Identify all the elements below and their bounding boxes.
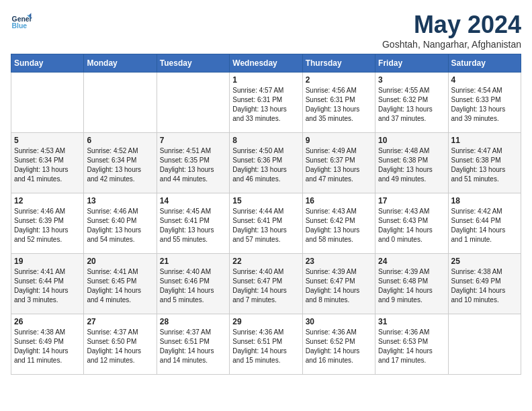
day-info: Sunrise: 4:47 AM Sunset: 6:38 PM Dayligh… [451, 146, 518, 184]
day-info: Sunrise: 4:39 AM Sunset: 6:48 PM Dayligh… [378, 267, 445, 305]
day-number: 10 [378, 136, 445, 145]
calendar-title: May 2024 [382, 11, 521, 39]
day-info: Sunrise: 4:46 AM Sunset: 6:39 PM Dayligh… [14, 207, 81, 244]
day-number: 19 [14, 257, 81, 266]
day-header-saturday: Saturday [448, 54, 521, 73]
calendar-cell: 2Sunrise: 4:56 AM Sunset: 6:31 PM Daylig… [302, 73, 375, 133]
calendar-cell: 31Sunrise: 4:36 AM Sunset: 6:53 PM Dayli… [375, 314, 448, 375]
page-header: General Blue May 2024 Goshtah, Nangarhar… [11, 11, 521, 50]
day-number: 18 [451, 196, 518, 205]
calendar-header: SundayMondayTuesdayWednesdayThursdayFrid… [11, 54, 521, 73]
day-number: 5 [14, 136, 81, 145]
day-header-friday: Friday [375, 54, 448, 73]
day-header-thursday: Thursday [302, 54, 375, 73]
day-info: Sunrise: 4:39 AM Sunset: 6:47 PM Dayligh… [306, 267, 372, 305]
day-number: 21 [160, 257, 226, 266]
day-info: Sunrise: 4:42 AM Sunset: 6:44 PM Dayligh… [451, 207, 518, 244]
day-info: Sunrise: 4:41 AM Sunset: 6:45 PM Dayligh… [87, 267, 153, 305]
day-info: Sunrise: 4:43 AM Sunset: 6:43 PM Dayligh… [378, 207, 445, 244]
calendar-cell: 12Sunrise: 4:46 AM Sunset: 6:39 PM Dayli… [11, 193, 84, 254]
day-header-row: SundayMondayTuesdayWednesdayThursdayFrid… [11, 54, 521, 73]
day-header-monday: Monday [84, 54, 157, 73]
day-info: Sunrise: 4:52 AM Sunset: 6:34 PM Dayligh… [87, 146, 153, 184]
calendar-cell: 11Sunrise: 4:47 AM Sunset: 6:38 PM Dayli… [448, 133, 521, 193]
day-info: Sunrise: 4:40 AM Sunset: 6:46 PM Dayligh… [160, 267, 226, 305]
day-info: Sunrise: 4:45 AM Sunset: 6:41 PM Dayligh… [160, 207, 226, 244]
day-header-tuesday: Tuesday [157, 54, 229, 73]
day-number: 3 [378, 75, 445, 85]
day-number: 24 [378, 257, 445, 266]
calendar-cell: 10Sunrise: 4:48 AM Sunset: 6:38 PM Dayli… [375, 133, 448, 193]
day-number: 16 [306, 196, 372, 205]
day-info: Sunrise: 4:48 AM Sunset: 6:38 PM Dayligh… [378, 146, 445, 184]
day-number: 25 [451, 257, 518, 266]
calendar-cell: 19Sunrise: 4:41 AM Sunset: 6:44 PM Dayli… [11, 254, 84, 314]
day-number: 1 [232, 75, 299, 85]
calendar-cell: 4Sunrise: 4:54 AM Sunset: 6:33 PM Daylig… [448, 73, 521, 133]
day-number: 30 [306, 317, 372, 326]
calendar-cell: 20Sunrise: 4:41 AM Sunset: 6:45 PM Dayli… [84, 254, 157, 314]
calendar-cell: 1Sunrise: 4:57 AM Sunset: 6:31 PM Daylig… [230, 73, 302, 133]
title-block: May 2024 Goshtah, Nangarhar, Afghanistan [382, 11, 521, 50]
day-info: Sunrise: 4:53 AM Sunset: 6:34 PM Dayligh… [14, 146, 81, 184]
day-header-sunday: Sunday [11, 54, 84, 73]
day-number: 26 [14, 317, 81, 326]
calendar-cell: 13Sunrise: 4:46 AM Sunset: 6:40 PM Dayli… [84, 193, 157, 254]
calendar-table: SundayMondayTuesdayWednesdayThursdayFrid… [11, 54, 521, 375]
calendar-cell: 22Sunrise: 4:40 AM Sunset: 6:47 PM Dayli… [230, 254, 302, 314]
day-number: 2 [306, 75, 372, 85]
day-number: 31 [378, 317, 445, 326]
day-info: Sunrise: 4:51 AM Sunset: 6:35 PM Dayligh… [160, 146, 226, 184]
day-header-wednesday: Wednesday [230, 54, 302, 73]
calendar-week-row: 1Sunrise: 4:57 AM Sunset: 6:31 PM Daylig… [11, 73, 521, 133]
calendar-cell: 17Sunrise: 4:43 AM Sunset: 6:43 PM Dayli… [375, 193, 448, 254]
day-info: Sunrise: 4:37 AM Sunset: 6:51 PM Dayligh… [160, 328, 226, 365]
calendar-cell [84, 73, 157, 133]
day-info: Sunrise: 4:36 AM Sunset: 6:53 PM Dayligh… [378, 328, 445, 365]
calendar-cell: 25Sunrise: 4:38 AM Sunset: 6:49 PM Dayli… [448, 254, 521, 314]
calendar-cell: 8Sunrise: 4:50 AM Sunset: 6:36 PM Daylig… [230, 133, 302, 193]
day-info: Sunrise: 4:46 AM Sunset: 6:40 PM Dayligh… [87, 207, 153, 244]
day-info: Sunrise: 4:36 AM Sunset: 6:51 PM Dayligh… [232, 328, 299, 365]
logo: General Blue [11, 11, 32, 32]
day-number: 8 [232, 136, 299, 145]
calendar-cell: 7Sunrise: 4:51 AM Sunset: 6:35 PM Daylig… [157, 133, 229, 193]
svg-text:Blue: Blue [12, 22, 28, 30]
day-number: 11 [451, 136, 518, 145]
calendar-cell: 9Sunrise: 4:49 AM Sunset: 6:37 PM Daylig… [302, 133, 375, 193]
day-info: Sunrise: 4:49 AM Sunset: 6:37 PM Dayligh… [306, 146, 372, 184]
day-number: 29 [232, 317, 299, 326]
day-info: Sunrise: 4:36 AM Sunset: 6:52 PM Dayligh… [306, 328, 372, 365]
calendar-cell: 6Sunrise: 4:52 AM Sunset: 6:34 PM Daylig… [84, 133, 157, 193]
day-number: 23 [306, 257, 372, 266]
day-number: 28 [160, 317, 226, 326]
day-number: 20 [87, 257, 153, 266]
calendar-cell: 28Sunrise: 4:37 AM Sunset: 6:51 PM Dayli… [157, 314, 229, 375]
calendar-cell [157, 73, 229, 133]
day-info: Sunrise: 4:44 AM Sunset: 6:41 PM Dayligh… [232, 207, 299, 244]
calendar-cell: 26Sunrise: 4:38 AM Sunset: 6:49 PM Dayli… [11, 314, 84, 375]
calendar-body: 1Sunrise: 4:57 AM Sunset: 6:31 PM Daylig… [11, 73, 521, 375]
calendar-cell: 18Sunrise: 4:42 AM Sunset: 6:44 PM Dayli… [448, 193, 521, 254]
calendar-cell: 5Sunrise: 4:53 AM Sunset: 6:34 PM Daylig… [11, 133, 84, 193]
day-number: 22 [232, 257, 299, 266]
calendar-week-row: 19Sunrise: 4:41 AM Sunset: 6:44 PM Dayli… [11, 254, 521, 314]
calendar-cell [11, 73, 84, 133]
calendar-cell: 15Sunrise: 4:44 AM Sunset: 6:41 PM Dayli… [230, 193, 302, 254]
day-number: 9 [306, 136, 372, 145]
day-info: Sunrise: 4:57 AM Sunset: 6:31 PM Dayligh… [232, 86, 299, 124]
calendar-cell: 24Sunrise: 4:39 AM Sunset: 6:48 PM Dayli… [375, 254, 448, 314]
day-number: 13 [87, 196, 153, 205]
calendar-week-row: 26Sunrise: 4:38 AM Sunset: 6:49 PM Dayli… [11, 314, 521, 375]
calendar-cell: 23Sunrise: 4:39 AM Sunset: 6:47 PM Dayli… [302, 254, 375, 314]
day-number: 6 [87, 136, 153, 145]
day-info: Sunrise: 4:55 AM Sunset: 6:32 PM Dayligh… [378, 86, 445, 124]
calendar-cell: 16Sunrise: 4:43 AM Sunset: 6:42 PM Dayli… [302, 193, 375, 254]
calendar-week-row: 5Sunrise: 4:53 AM Sunset: 6:34 PM Daylig… [11, 133, 521, 193]
day-info: Sunrise: 4:37 AM Sunset: 6:50 PM Dayligh… [87, 328, 153, 365]
day-number: 14 [160, 196, 226, 205]
calendar-cell: 14Sunrise: 4:45 AM Sunset: 6:41 PM Dayli… [157, 193, 229, 254]
day-info: Sunrise: 4:38 AM Sunset: 6:49 PM Dayligh… [451, 267, 518, 305]
day-info: Sunrise: 4:41 AM Sunset: 6:44 PM Dayligh… [14, 267, 81, 305]
calendar-week-row: 12Sunrise: 4:46 AM Sunset: 6:39 PM Dayli… [11, 193, 521, 254]
